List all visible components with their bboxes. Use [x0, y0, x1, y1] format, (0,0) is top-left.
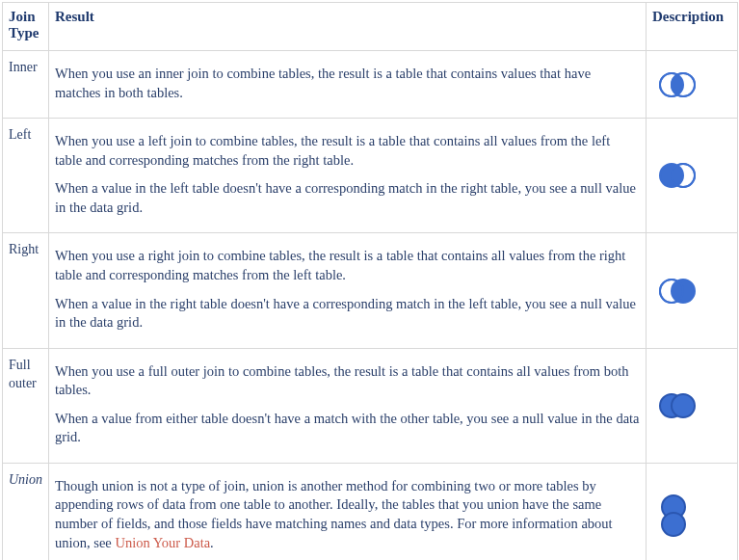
paragraph: When you use a full outer join to combin… [55, 362, 640, 400]
join-type-label: Left [3, 119, 49, 233]
header-join-type: Join Type [3, 3, 49, 51]
table-header-row: Join Type Result Description [3, 3, 738, 51]
table-row: Right When you use a right join to combi… [3, 233, 738, 348]
paragraph: When you use a left join to combine tabl… [55, 132, 640, 170]
join-diagram-cell [647, 348, 738, 463]
join-result-text: Though union is not a type of join, unio… [49, 463, 647, 560]
join-diagram-cell [647, 51, 738, 119]
join-result-text: When you use a left join to combine tabl… [49, 119, 647, 233]
join-diagram-cell [647, 463, 738, 560]
join-types-table: Join Type Result Description Inner When … [2, 2, 738, 560]
join-result-text: When you use a full outer join to combin… [49, 348, 647, 463]
join-diagram-cell [647, 119, 738, 233]
table-row: Union Though union is not a type of join… [3, 463, 738, 560]
join-result-text: When you use a right join to combine tab… [49, 233, 647, 348]
svg-point-13 [672, 394, 695, 417]
inner-join-icon [654, 69, 700, 100]
table-row: Inner When you use an inner join to comb… [3, 51, 738, 119]
svg-point-15 [662, 513, 685, 536]
paragraph: When a value in the right table doesn't … [55, 295, 640, 333]
right-join-icon [654, 276, 700, 307]
table-row: Full outer When you use a full outer joi… [3, 348, 738, 463]
join-result-text: When you use an inner join to combine ta… [49, 51, 647, 119]
paragraph: When you use an inner join to combine ta… [55, 65, 640, 102]
union-your-data-link[interactable]: Union Your Data [115, 535, 210, 550]
paragraph: When you use a right join to combine tab… [55, 247, 640, 284]
full-outer-join-icon [654, 390, 700, 421]
join-type-label: Right [3, 233, 49, 348]
paragraph: When a value in the left table doesn't h… [55, 179, 640, 217]
table-row: Left When you use a left join to combine… [3, 119, 738, 233]
join-type-label: Full outer [3, 348, 49, 463]
join-type-label: Union [3, 463, 49, 560]
join-diagram-cell [647, 233, 738, 348]
header-description: Description [647, 3, 738, 51]
left-join-icon [654, 160, 700, 191]
text-segment: . [210, 535, 214, 550]
union-icon [654, 493, 693, 539]
paragraph: Though union is not a type of join, unio… [55, 477, 640, 552]
join-type-label: Inner [3, 51, 49, 119]
header-result: Result [49, 3, 647, 51]
paragraph: When a value from either table doesn't h… [55, 410, 640, 447]
